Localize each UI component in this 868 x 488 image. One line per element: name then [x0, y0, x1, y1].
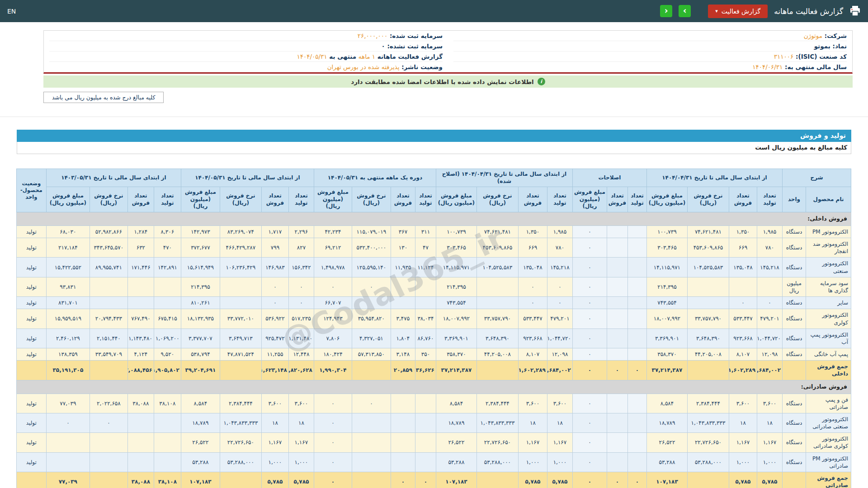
column-header: تعداد تولید	[415, 187, 436, 212]
table-cell: ۳,۴۷۵	[391, 309, 415, 328]
column-header: تعداد فروش	[729, 187, 757, 212]
table-cell: ۴,۱۲۴	[127, 348, 154, 361]
table-cell: ۰	[261, 277, 288, 296]
table-cell	[627, 433, 646, 452]
table-cell: ۱۳۶,۶۲۶	[415, 361, 436, 380]
table-cell	[687, 361, 729, 380]
table-cell: ۲۱۴,۳۹۵	[181, 277, 220, 296]
table-cell: ۰	[572, 309, 607, 328]
table-cell: ۲۲,۷۲۶,۶۵۰	[687, 433, 729, 452]
table-cell: دستگاه	[782, 225, 806, 238]
product-name-cell: الکتروموتور صنعتی صادراتی	[806, 413, 851, 432]
table-cell: ۰	[547, 277, 572, 296]
table-cell: ۹۳,۸۳۱	[46, 277, 90, 296]
info-row: سرمایه ثبت نشده: ۰	[49, 41, 443, 52]
table-cell: ۱۲,۰۹۸	[547, 348, 572, 361]
signed-info-banner: i اطلاعات نمایش داده شده با اطلاعات امضا…	[43, 75, 853, 88]
table-row: الکتروموتور صنعتی صادراتیدستگاه۱۸۱۸۱,۰۴۳…	[16, 413, 851, 432]
table-cell	[607, 452, 627, 472]
table-cell: ۹۲۵,۴۷۲	[261, 328, 288, 348]
table-cell: ۱۳۵,۰۴۸	[518, 258, 547, 277]
table-cell: ۰	[518, 277, 547, 296]
table-cell	[46, 452, 90, 472]
nav-forward-button[interactable]: ›	[679, 5, 691, 17]
table-cell: ۰	[518, 297, 547, 309]
column-group-header: از ابتدای سال مالی تا تاریخ ۱۴۰۴/۰۴/۳۱ (…	[436, 169, 572, 187]
table-cell: ۰	[288, 297, 314, 309]
report-type-button[interactable]: گزارش فعالیت ▾	[708, 5, 768, 18]
nav-back-button[interactable]: ‹	[660, 5, 672, 17]
company-link[interactable]: موتوژن	[804, 32, 822, 39]
table-cell: ۴,۳۲۷,۰۵۱	[352, 328, 391, 348]
table-cell: ۱,۴۹۸,۹۷۸	[314, 258, 352, 277]
table-cell: ۸,۵۸۴	[436, 394, 476, 413]
table-cell: ۹,۵۲۰	[154, 348, 181, 361]
table-cell	[90, 361, 127, 380]
table-cell: ۳۱۱	[415, 225, 436, 238]
table-cell	[415, 452, 436, 472]
table-cell: ۷۸۰	[547, 238, 572, 258]
product-name-cell: پمپ آب خانگی	[806, 348, 851, 361]
column-group-header: از ابتدای سال مالی تا تاریخ ۱۴۰۴/۰۴/۳۱	[646, 169, 782, 187]
table-cell	[607, 328, 627, 348]
column-header: تعداد فروش	[261, 187, 288, 212]
table-cell: ۱,۶۸۴,۰۰۲	[547, 361, 572, 380]
table-cell: ۰	[314, 472, 352, 488]
language-toggle[interactable]: EN	[7, 8, 16, 15]
table-cell: ۱,۱۶۷	[757, 433, 782, 452]
table-cell: ۴۵۳,۶۰۹,۸۶۵	[687, 238, 729, 258]
column-header: نرخ فروش (ریال)	[352, 187, 391, 212]
table-row: الکتروموتور PMدستگاه۱,۹۸۵۱,۳۵۰۷۴,۶۲۱,۴۸۱…	[16, 225, 851, 238]
table-cell: ۳۸,۱۰۸	[154, 472, 181, 488]
table-cell	[607, 225, 627, 238]
print-icon[interactable]	[849, 6, 861, 16]
table-cell: ۳,۳۶۹,۹۰۱	[436, 328, 476, 348]
table-cell: ۳,۶۴۸,۳۹۰	[687, 328, 729, 348]
table-cell: ۲,۳۸۴,۴۴۴	[220, 394, 261, 413]
table-cell: ۱,۸۰۴	[391, 328, 415, 348]
table-cell	[352, 433, 391, 452]
table-cell: ۱۳۸,۳۵۹	[46, 348, 90, 361]
table-cell: ۱۰۴,۵۲۵,۵۸۳	[476, 258, 518, 277]
table-cell: ۲۱۷,۱۸۴	[46, 238, 90, 258]
table-cell	[627, 328, 646, 348]
table-cell: تولید	[16, 413, 46, 432]
table-cell: ۲۰,۷۹۴,۴۳۳	[90, 309, 127, 328]
info-label: شرکت:	[822, 32, 847, 39]
table-cell: ۱۷۱,۴۴۶	[127, 258, 154, 277]
product-name-cell: الکتروموتور کولری	[806, 309, 851, 328]
table-cell: میلیون ریال	[782, 277, 806, 296]
table-cell: ۰	[314, 277, 352, 296]
table-cell: ۵,۷۸۵	[261, 472, 288, 488]
table-cell: ۰	[729, 297, 757, 309]
table-cell: دستگاه	[782, 258, 806, 277]
table-cell	[607, 433, 627, 452]
table-cell: دستگاه	[782, 433, 806, 452]
table-cell: ۳۰۳,۴۶۵	[436, 238, 476, 258]
table-cell: ۱,۹۸۵	[547, 225, 572, 238]
report-type-label: گزارش فعالیت	[722, 8, 761, 15]
table-cell: ۸۶,۷۶۰	[415, 328, 436, 348]
table-cell: ۵۳۳,۴۴۷	[518, 309, 547, 328]
table-cell: ۵۳,۲۸۸	[181, 452, 220, 472]
table-cell: ۱۰۰,۷۳۹	[646, 225, 687, 238]
info-label: نماد:	[830, 42, 847, 50]
table-cell: ۶۷۵,۴۱۵	[154, 309, 181, 328]
product-name-cell: الکتروموتور PM صادراتی	[806, 452, 851, 472]
column-header: تعداد فروش	[127, 187, 154, 212]
table-cell: ۰	[572, 433, 607, 452]
table-cell: ۶۸,۰۳۰	[46, 225, 90, 238]
table-row: پمپ آب خانگیدستگاه۱۲,۰۹۸۸,۱۰۷۴۴,۲۰۵,۰۰۸۳…	[16, 348, 851, 361]
table-cell	[415, 394, 436, 413]
table-cell	[415, 413, 436, 432]
table-cell: ۳,۶۰۰	[261, 394, 288, 413]
table-cell: ۰	[314, 452, 352, 472]
table-cell: ۱,۱۳۱,۴۸۰	[288, 328, 314, 348]
info-value: ۱۴۰۴/۰۵/۳۱	[297, 53, 327, 60]
table-cell: ۲۶,۵۲۲	[181, 433, 220, 452]
info-row: شرکت: موتوژن	[453, 31, 847, 41]
table-cell: ۵۲,۹۸۲,۸۶۶	[90, 225, 127, 238]
table-cell	[46, 433, 90, 452]
table-cell: ۳۴۳,۶۴۵,۵۷۰	[90, 238, 127, 258]
info-value: ۱۴۰۴/۰۶/۳۱	[752, 63, 783, 70]
